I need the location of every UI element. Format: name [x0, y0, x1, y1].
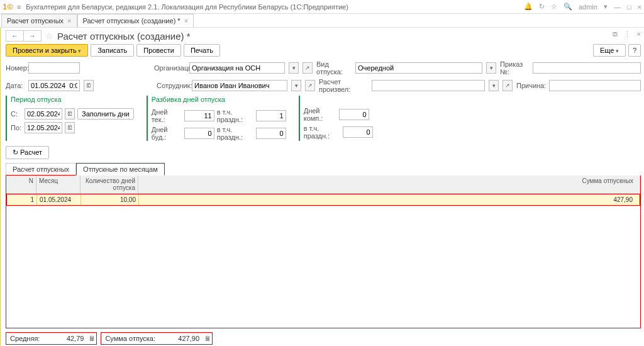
help-button[interactable]: ? — [628, 44, 641, 57]
col-n[interactable]: N — [6, 176, 36, 193]
number-label: Номер: — [6, 64, 25, 72]
more-button[interactable]: Еще — [593, 44, 626, 57]
settings-icon[interactable]: ▾ — [604, 3, 608, 11]
menu-dots-icon[interactable]: ⋮ — [624, 30, 631, 38]
emp-open-icon[interactable]: ↗ — [305, 80, 315, 91]
grid-row[interactable]: 1 01.05.2024 10,00 427,90 — [6, 194, 640, 206]
date-input[interactable] — [28, 80, 80, 91]
post-button[interactable]: Провести — [136, 44, 181, 57]
date-label: Дата: — [6, 82, 25, 89]
to-cal-icon[interactable]: 🗓 — [65, 122, 75, 133]
avg-value: 42,79 — [43, 333, 87, 344]
hol2[interactable] — [256, 128, 286, 139]
nav-fwd[interactable]: → — [24, 31, 41, 41]
tab-vacation-create[interactable]: Расчет отпускных (создание) *× — [77, 14, 194, 27]
org-input[interactable] — [189, 62, 285, 74]
favorite-toggle[interactable]: ☆ — [45, 31, 53, 41]
calc-button[interactable]: ↻ Расчет — [6, 146, 49, 159]
write-button[interactable]: Записать — [91, 44, 134, 57]
days-comp[interactable] — [339, 109, 369, 120]
reason-label: Причина: — [516, 82, 545, 89]
tab-vacation-calc[interactable]: Расчет отпускных× — [1, 14, 77, 27]
hol1[interactable] — [256, 110, 286, 121]
vid-label: Вид отпуска: — [316, 60, 352, 75]
avg-calc-icon[interactable]: 🖩 — [87, 335, 96, 342]
tab-by-month[interactable]: Отпускные по месяцам — [76, 163, 165, 176]
calcby-drop-icon[interactable]: ▾ — [489, 80, 499, 91]
days-cur[interactable] — [184, 110, 214, 121]
sum-calc-icon[interactable]: 🖩 — [203, 335, 212, 342]
main-menu-icon[interactable]: ≡ — [17, 3, 21, 11]
calcby-label: Расчет произвел: — [319, 78, 368, 93]
emp-input[interactable] — [192, 80, 287, 91]
vid-drop-icon[interactable]: ▾ — [486, 62, 496, 74]
date-cal-icon[interactable]: 🗓 — [84, 80, 94, 91]
fill-days-button[interactable]: Заполнить дни — [77, 108, 134, 120]
col-sum[interactable]: Сумма отпускных — [138, 176, 640, 193]
close-tab-icon[interactable]: × — [184, 17, 188, 25]
emp-label: Сотрудник: — [157, 82, 188, 89]
hol3[interactable] — [343, 126, 373, 138]
bell-icon[interactable]: 🔔 — [524, 3, 533, 11]
tab-calc[interactable]: Расчет отпускных — [6, 163, 76, 176]
reason-input[interactable] — [549, 80, 641, 91]
calcby-open-icon[interactable]: ↗ — [502, 80, 513, 91]
star-icon[interactable]: ☆ — [551, 3, 557, 11]
sum-value: 427,90 — [159, 333, 203, 344]
maximize-icon[interactable]: □ — [627, 3, 631, 11]
period-to[interactable] — [25, 122, 62, 133]
col-month[interactable]: Месяц — [36, 176, 80, 193]
close-pane-icon[interactable]: × — [637, 30, 641, 38]
app-logo: 1© — [3, 2, 13, 11]
post-and-close-button[interactable]: Провести и закрыть — [6, 44, 88, 57]
avg-box: Средняя: 42,79 🖩 — [6, 332, 97, 345]
detach-icon[interactable]: ⧉ — [613, 30, 618, 38]
breakdown-header: Разбивка дней отпуска — [152, 96, 286, 103]
org-drop-icon[interactable]: ▾ — [289, 62, 299, 74]
sum-box: Сумма отпуска: 427,90 🖩 — [101, 332, 213, 345]
days-work[interactable] — [184, 128, 214, 139]
org-label: Организация: — [154, 64, 186, 72]
from-cal-icon[interactable]: 🗓 — [65, 108, 75, 120]
col-qty[interactable]: Количество дней отпуска — [80, 176, 138, 193]
org-open-icon[interactable]: ↗ — [303, 62, 313, 74]
calcby-input[interactable] — [372, 80, 485, 91]
print-button[interactable]: Печать — [184, 44, 220, 57]
number-input[interactable] — [28, 62, 80, 74]
prikaz-input[interactable] — [533, 62, 641, 74]
nav-back[interactable]: ← — [6, 31, 24, 41]
prikaz-label: Приказ №: — [500, 60, 529, 75]
close-icon[interactable]: × — [638, 3, 641, 11]
emp-drop-icon[interactable]: ▾ — [291, 80, 301, 91]
user-label[interactable]: admin — [579, 3, 597, 11]
history-icon[interactable]: ↻ — [539, 3, 545, 11]
period-from[interactable] — [25, 108, 62, 120]
minimize-icon[interactable]: — — [614, 3, 621, 11]
period-header: Период отпуска — [11, 96, 134, 103]
close-tab-icon[interactable]: × — [67, 17, 71, 25]
vid-input[interactable] — [355, 62, 482, 74]
months-grid[interactable]: N Месяц Количество дней отпуска Сумма от… — [6, 176, 641, 328]
app-title: Бухгалтерия для Беларуси, редакция 2.1. … — [26, 3, 524, 11]
page-title: Расчет отпускных (создание) * — [57, 31, 191, 42]
search-icon[interactable]: 🔍 — [564, 3, 572, 11]
